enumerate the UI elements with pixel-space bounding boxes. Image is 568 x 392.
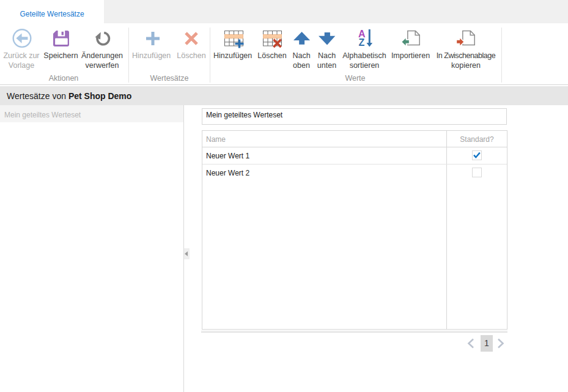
- svg-text:Z: Z: [359, 37, 365, 48]
